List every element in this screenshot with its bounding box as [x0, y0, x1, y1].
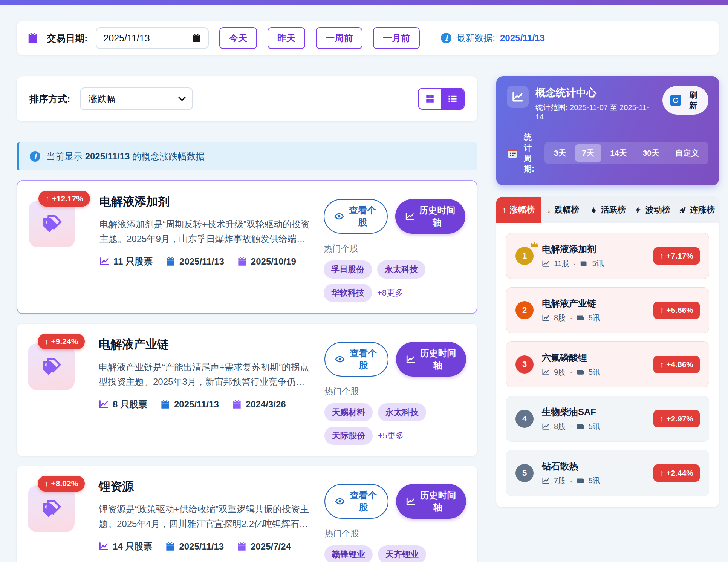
- concept-meta: 14 只股票 2025/11/13 2025/7/24: [99, 541, 311, 553]
- sort-select[interactable]: 涨跌幅: [80, 87, 193, 110]
- period-3d-button[interactable]: 3天: [547, 144, 574, 162]
- refresh-button[interactable]: 刷新: [662, 86, 708, 115]
- history-timeline-button[interactable]: 历史时间轴: [396, 484, 466, 519]
- timeline-chart-icon: [405, 211, 415, 221]
- grid-icon: [425, 94, 435, 104]
- refresh-icon: [670, 95, 681, 106]
- trade-date-input[interactable]: 2025/11/13: [96, 27, 209, 49]
- concept-card[interactable]: ↑+12.17% 电解液添加剂 电解液添加剂是“周期反转+技术升级”双轮驱动的投…: [17, 180, 477, 314]
- concept-card[interactable]: ↑+9.24% 电解液产业链 电解液产业链是“产能出清尾声+需求复苏初期”的拐点…: [17, 324, 477, 456]
- stock-tag[interactable]: 天齐锂业: [378, 545, 426, 562]
- rank-item[interactable]: 3 六氟磷酸锂 9股 · 5讯 ↑+4.86%: [506, 341, 709, 387]
- up-arrow-icon: ↑: [660, 251, 664, 260]
- concept-tile-icon: [29, 201, 75, 247]
- tab-volatility[interactable]: 波动榜: [630, 197, 674, 223]
- rank-item[interactable]: 4 生物柴油SAF 8股 · 5讯 ↑+2.97%: [506, 396, 709, 442]
- stock-chart-icon: [542, 314, 550, 322]
- current-data-banner: i 当前显示 2025/11/13 的概念涨跌幅数据: [17, 142, 477, 170]
- quick-date-week-ago-button[interactable]: 一周前: [316, 27, 362, 49]
- tags-icon: [41, 213, 63, 235]
- info-icon: i: [441, 33, 451, 43]
- trade-date-label: 交易日期:: [47, 32, 87, 44]
- up-arrow-icon: ↑: [660, 469, 664, 478]
- create-date: 2024/3/26: [246, 399, 286, 410]
- quick-date-month-ago-button[interactable]: 一月前: [373, 27, 420, 49]
- rank-number-badge: 1: [515, 247, 534, 265]
- eye-icon: [334, 211, 344, 221]
- update-date: 2025/11/13: [174, 399, 219, 410]
- news-icon: [577, 368, 584, 376]
- stock-count: 8 只股票: [113, 398, 147, 410]
- view-stocks-button[interactable]: 查看个股: [324, 342, 388, 377]
- calendar-icon: [165, 256, 176, 266]
- tab-gainers[interactable]: ↑涨幅榜: [496, 197, 541, 223]
- info-icon: i: [30, 151, 40, 162]
- more-stocks-link[interactable]: +5更多: [378, 430, 404, 441]
- stock-tag[interactable]: 永太科技: [378, 403, 426, 421]
- stock-tag[interactable]: 华软科技: [324, 284, 372, 302]
- quick-date-today-button[interactable]: 今天: [219, 27, 257, 49]
- rank-item[interactable]: 1 电解液添加剂 11股 · 5讯 ↑+7.17%: [506, 233, 709, 279]
- stats-range: 统计范围: 2025-11-07 至 2025-11-14: [535, 103, 656, 121]
- period-custom-button[interactable]: 自定义: [668, 144, 706, 162]
- stock-count: 14 只股票: [113, 541, 152, 553]
- tab-most-active[interactable]: 活跃榜: [585, 197, 630, 223]
- up-arrow-icon: ↑: [502, 205, 506, 215]
- rank-number-badge: 5: [515, 464, 534, 482]
- concept-card[interactable]: ↑+8.02% 锂资源 锂资源是“政策驱动+供给收缩”双重逻辑共振的投资主题。2…: [17, 466, 477, 562]
- calendar-icon: [165, 541, 175, 551]
- stock-tag[interactable]: 永太科技: [377, 260, 425, 279]
- stock-chart-icon: [542, 477, 550, 485]
- up-arrow-icon: ↑: [660, 414, 664, 423]
- view-stocks-button[interactable]: 查看个股: [324, 484, 388, 519]
- stock-chart-icon: [542, 260, 550, 268]
- rank-concept-name: 六氟磷酸锂: [542, 352, 645, 364]
- stock-tag[interactable]: 赣锋锂业: [324, 545, 373, 562]
- rank-meta: 11股 · 5讯: [542, 259, 645, 269]
- stats-panel-title: 概念统计中心: [535, 86, 656, 100]
- tab-streak[interactable]: 连涨榜: [674, 197, 719, 223]
- news-icon: [577, 423, 584, 430]
- more-stocks-link[interactable]: +8更多: [377, 287, 403, 299]
- tab-losers[interactable]: ↓跌幅榜: [541, 197, 585, 223]
- stock-tag[interactable]: 天赐材料: [324, 403, 373, 421]
- period-7d-button[interactable]: 7天: [575, 144, 602, 162]
- list-view-button[interactable]: [441, 89, 464, 109]
- calendar-icon: [237, 541, 247, 551]
- tags-icon: [40, 356, 62, 378]
- rank-concept-name: 电解液添加剂: [542, 243, 645, 255]
- date-picker-icon[interactable]: [191, 33, 201, 43]
- calendar-icon: [27, 32, 38, 44]
- stock-chart-icon: [542, 423, 550, 430]
- concept-meta: 11 只股票 2025/11/13 2025/10/19: [99, 256, 310, 268]
- grid-view-button[interactable]: [419, 89, 441, 109]
- up-arrow-icon: ↑: [44, 479, 49, 488]
- rank-item[interactable]: 5 钻石散热 7股 · 5讯 ↑+2.44%: [506, 450, 709, 496]
- concept-title: 电解液添加剂: [99, 194, 310, 210]
- quick-date-yesterday-button[interactable]: 昨天: [268, 27, 305, 49]
- eye-icon: [335, 354, 345, 364]
- rank-change-badge: ↑+7.17%: [653, 247, 700, 265]
- concept-description: 锂资源是“政策驱动+供给收缩”双重逻辑共振的投资主题。2025年4月，四川雅江官…: [99, 502, 311, 531]
- stock-tag[interactable]: 孚日股份: [324, 260, 372, 279]
- history-timeline-button[interactable]: 历史时间轴: [396, 342, 466, 377]
- tags-icon: [40, 498, 62, 520]
- hot-stocks-label: 热门个股: [324, 528, 466, 539]
- period-calendar-icon: [507, 147, 518, 159]
- up-arrow-icon: ↑: [660, 360, 664, 369]
- history-timeline-button[interactable]: 历史时间轴: [395, 199, 465, 234]
- news-icon: [580, 260, 588, 268]
- sort-bar: 排序方式: 涨跌幅: [17, 76, 477, 121]
- top-accent-bar: [0, 0, 728, 5]
- stock-count: 11 只股票: [113, 256, 153, 268]
- change-badge: ↑+8.02%: [38, 476, 85, 492]
- banner-text: 当前显示 2025/11/13 的概念涨跌幅数据: [46, 150, 205, 162]
- view-stocks-button[interactable]: 查看个股: [324, 199, 388, 234]
- period-label: 统计周期:: [524, 132, 539, 174]
- period-30d-button[interactable]: 30天: [636, 144, 667, 162]
- timeline-chart-icon: [406, 354, 416, 364]
- rank-item[interactable]: 2 电解液产业链 8股 · 5讯 ↑+5.66%: [506, 287, 709, 333]
- stock-tag[interactable]: 天际股份: [324, 427, 373, 445]
- calendar-icon: [160, 399, 170, 409]
- period-14d-button[interactable]: 14天: [603, 144, 634, 162]
